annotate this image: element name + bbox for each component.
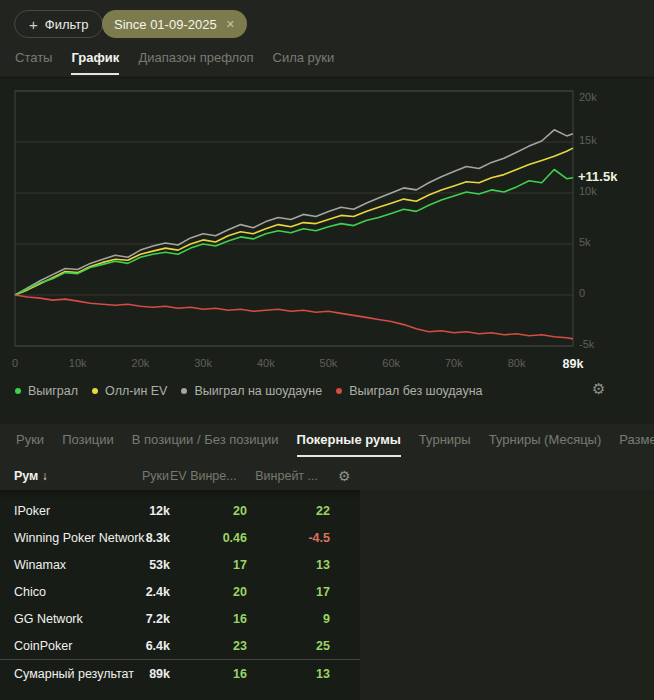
table-header-row: Рум ↓ Руки EV Винре... Винрейт ... ⚙	[0, 462, 360, 489]
legend-color-dot	[181, 388, 187, 394]
hands-value: 7.2k	[142, 612, 170, 626]
results-line-chart[interactable]	[0, 78, 654, 368]
ev-winrate-value: 23	[170, 639, 247, 653]
ev-winrate-value: 20	[170, 504, 247, 518]
legend-item-allin-ev[interactable]: Олл-ин EV	[92, 384, 167, 398]
tab-hand-strength[interactable]: Сила руки	[273, 50, 335, 75]
summary-winrate-value: 13	[247, 667, 330, 681]
winrate-value: 9	[247, 612, 330, 626]
tab-positions[interactable]: Позиции	[62, 432, 114, 457]
main-tabs: Статы График Диапазон префлоп Сила руки	[15, 50, 334, 75]
summary-ev-winrate-value: 16	[170, 667, 247, 681]
table-row[interactable]: Winning Poker Network 8.3k 0.46 -4.5	[0, 524, 360, 551]
summary-label: Сумарный результат	[14, 667, 142, 681]
filter-chip-label: Since 01-09-2025	[114, 17, 217, 32]
legend-color-dot	[15, 388, 21, 394]
table-row[interactable]: Winamax 53k 17 13	[0, 551, 360, 578]
legend-label: Выиграл на шоудауне	[194, 384, 322, 398]
tab-tournaments-months[interactable]: Турниры (Месяцы)	[489, 432, 602, 457]
hands-value: 12k	[142, 504, 170, 518]
x-axis-tick: 60k	[382, 357, 400, 369]
tab-preflop-range[interactable]: Диапазон префлоп	[138, 50, 253, 75]
summary-hands-value: 89k	[142, 667, 170, 681]
y-axis-tick: 15k	[579, 134, 597, 146]
section-background	[360, 490, 654, 700]
x-axis-tick: 10k	[69, 357, 87, 369]
legend-label: Выиграл	[28, 384, 78, 398]
column-header-room[interactable]: Рум ↓	[14, 469, 142, 483]
table-summary-row[interactable]: Сумарный результат 89k 16 13	[0, 659, 360, 688]
legend-label: Выиграл без шоудауна	[349, 384, 482, 398]
ev-winrate-value: 20	[170, 585, 247, 599]
x-axis-tick-current: 89k	[563, 357, 584, 371]
legend-color-dot	[336, 388, 342, 394]
plus-icon: +	[29, 17, 38, 32]
close-icon[interactable]: ✕	[226, 19, 235, 30]
x-axis-tick: 50k	[320, 357, 338, 369]
hands-value: 2.4k	[142, 585, 170, 599]
ev-winrate-value: 17	[170, 558, 247, 572]
filter-bar: + Фильтр Since 01-09-2025 ✕	[0, 0, 654, 44]
legend-item-won-no-showdown[interactable]: Выиграл без шоудауна	[336, 384, 482, 398]
tab-tournaments[interactable]: Турниры	[419, 432, 471, 457]
legend-color-dot	[92, 388, 98, 394]
hands-value: 53k	[142, 558, 170, 572]
y-axis-tick: 0	[579, 287, 585, 299]
x-axis-tick: 20k	[132, 357, 150, 369]
table-settings-gear-icon[interactable]: ⚙	[338, 469, 351, 483]
legend-label: Олл-ин EV	[105, 384, 167, 398]
tab-stats[interactable]: Статы	[15, 50, 52, 75]
breakdown-tabs: Руки Позиции В позиции / Без позиции Пок…	[16, 432, 654, 457]
room-name: Winamax	[14, 558, 142, 572]
chart-legend: Выиграл Олл-ин EV Выиграл на шоудауне Вы…	[15, 378, 483, 404]
column-header-hands[interactable]: Руки	[142, 469, 170, 483]
winrate-value: -4.5	[247, 531, 330, 545]
room-name: GG Network	[14, 612, 142, 626]
tab-stack-sizes[interactable]: Размеры стеков	[619, 432, 654, 457]
hands-value: 8.3k	[142, 531, 170, 545]
legend-item-won-showdown[interactable]: Выиграл на шоудауне	[181, 384, 322, 398]
y-axis-tick: 5k	[579, 236, 591, 248]
x-axis-tick: 40k	[257, 357, 275, 369]
chart-settings-gear-icon[interactable]: ⚙	[592, 381, 605, 396]
tab-hands[interactable]: Руки	[16, 432, 44, 457]
breakdown-section: Руки Позиции В позиции / Без позиции Пок…	[0, 424, 654, 700]
poker-rooms-table: IPoker 12k 20 22 Winning Poker Network 8…	[0, 490, 360, 700]
column-header-ev-winrate[interactable]: EV Винре...	[170, 469, 247, 483]
x-axis-tick: 30k	[194, 357, 212, 369]
filter-button-label: Фильтр	[45, 17, 89, 32]
x-axis-tick: 0	[12, 357, 18, 369]
tab-ip-oop[interactable]: В позиции / Без позиции	[132, 432, 279, 457]
room-name: Chico	[14, 585, 142, 599]
chart-current-result-annotation: +11.5k	[578, 169, 617, 184]
filter-button[interactable]: + Фильтр	[14, 10, 103, 38]
tab-graph[interactable]: График	[71, 50, 119, 75]
table-row[interactable]: Chico 2.4k 20 17	[0, 578, 360, 605]
winrate-value: 17	[247, 585, 330, 599]
x-axis-tick: 70k	[445, 357, 463, 369]
chart-section: 20k 15k 10k 5k 0 -5k 0 10k 20k 30k 40k 5…	[0, 77, 654, 424]
ev-winrate-value: 0.46	[170, 531, 247, 545]
x-axis-tick: 80k	[508, 357, 526, 369]
filter-chip-since[interactable]: Since 01-09-2025 ✕	[102, 10, 247, 38]
winrate-value: 13	[247, 558, 330, 572]
winrate-value: 22	[247, 504, 330, 518]
hands-value: 6.4k	[142, 639, 170, 653]
app-window: + Фильтр Since 01-09-2025 ✕ Статы График…	[0, 0, 654, 700]
sort-desc-icon: ↓	[42, 469, 48, 483]
column-header-winrate[interactable]: Винрейт ...	[247, 469, 330, 483]
column-header-room-label: Рум	[14, 469, 38, 483]
table-row[interactable]: IPoker 12k 20 22	[0, 497, 360, 524]
winrate-value: 25	[247, 639, 330, 653]
ev-winrate-value: 16	[170, 612, 247, 626]
y-axis-tick: 10k	[579, 185, 597, 197]
top-zone: + Фильтр Since 01-09-2025 ✕ Статы График…	[0, 0, 654, 77]
table-row[interactable]: GG Network 7.2k 16 9	[0, 605, 360, 632]
y-axis-tick: 20k	[579, 91, 597, 103]
room-name: CoinPoker	[14, 639, 142, 653]
legend-item-won[interactable]: Выиграл	[15, 384, 78, 398]
y-axis-tick: -5k	[579, 338, 594, 350]
tab-poker-rooms[interactable]: Покерные румы	[297, 432, 401, 457]
table-row[interactable]: CoinPoker 6.4k 23 25	[0, 632, 360, 659]
room-name: IPoker	[14, 504, 142, 518]
